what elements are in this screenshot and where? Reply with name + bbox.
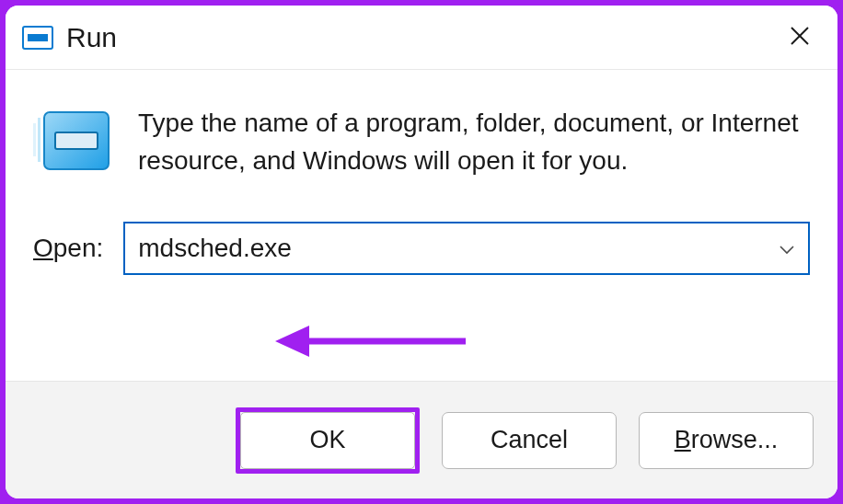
close-icon <box>790 23 810 52</box>
svg-rect-6 <box>55 132 98 149</box>
button-bar: OK Cancel Browse... <box>6 381 837 498</box>
run-dialog: Run <box>6 6 837 498</box>
open-input[interactable] <box>138 234 769 263</box>
open-combobox[interactable] <box>123 222 810 275</box>
description-text: Type the name of a program, folder, docu… <box>138 105 801 179</box>
ok-button[interactable]: OK <box>240 412 415 469</box>
run-icon <box>22 26 53 50</box>
browse-button[interactable]: Browse... <box>639 412 814 469</box>
open-label: Open: <box>33 234 103 263</box>
close-button[interactable] <box>779 17 821 59</box>
titlebar: Run <box>6 6 837 70</box>
cancel-button[interactable]: Cancel <box>442 412 617 469</box>
dialog-title: Run <box>66 22 779 53</box>
dialog-content: Type the name of a program, folder, docu… <box>6 70 837 381</box>
ok-highlight: OK <box>236 407 420 474</box>
chevron-down-icon[interactable] <box>779 243 795 254</box>
annotation-arrow <box>272 318 475 368</box>
svg-marker-8 <box>275 326 309 357</box>
run-large-icon <box>33 109 112 177</box>
svg-rect-1 <box>28 34 48 41</box>
